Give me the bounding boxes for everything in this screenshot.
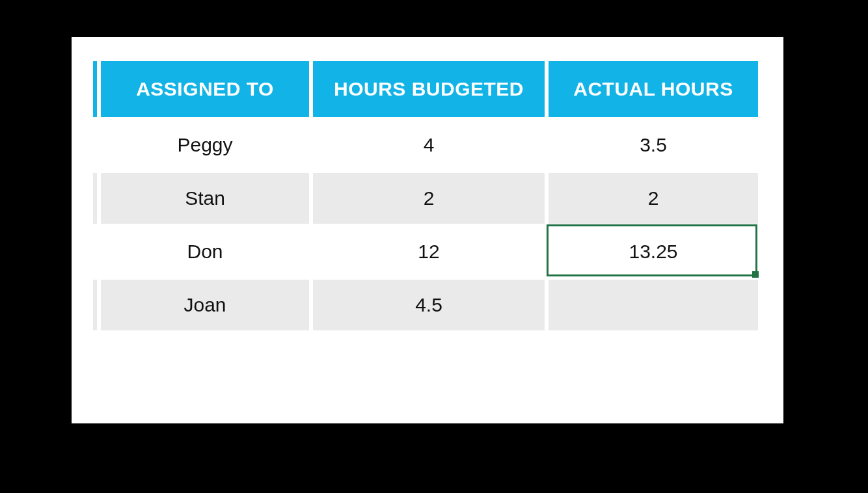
cell-assigned-to[interactable]: Peggy (101, 120, 309, 170)
cell-assigned-to[interactable]: Don (101, 226, 309, 277)
cell-actual-hours[interactable]: 3.5 (549, 120, 758, 170)
spreadsheet-table: TYPE ASSIGNED TO HOURS BUDGETED ACTUAL H… (93, 59, 762, 364)
cell-actual-hours[interactable] (549, 333, 758, 362)
col-header-actual-hours[interactable]: ACTUAL HOURS (549, 61, 758, 117)
table-row: ıt Peggy 4 3.5 (93, 120, 758, 170)
table-row: ıent Joan 4.5 (93, 280, 758, 330)
col-header-assigned-to[interactable]: ASSIGNED TO (101, 61, 309, 117)
cell-type[interactable]: ıent (93, 280, 97, 330)
cell-hours-budgeted[interactable]: 2 (313, 173, 545, 224)
viewport: TYPE ASSIGNED TO HOURS BUDGETED ACTUAL H… (93, 59, 762, 384)
cell-hours-budgeted[interactable] (313, 333, 545, 362)
cell-actual-hours[interactable]: 13.25 (549, 226, 758, 277)
cell-hours-budgeted[interactable]: 4 (313, 120, 545, 170)
table-row (93, 333, 758, 362)
cell-actual-hours[interactable] (549, 280, 758, 330)
table-header-row: TYPE ASSIGNED TO HOURS BUDGETED ACTUAL H… (93, 61, 758, 117)
cell-type[interactable]: ı (93, 226, 97, 277)
cell-type[interactable] (93, 173, 97, 224)
cell-actual-hours[interactable]: 2 (549, 173, 758, 224)
cell-assigned-to[interactable]: Stan (101, 173, 309, 224)
cell-hours-budgeted[interactable]: 12 (313, 226, 545, 277)
spreadsheet-card: TYPE ASSIGNED TO HOURS BUDGETED ACTUAL H… (72, 37, 783, 423)
cell-type[interactable] (93, 333, 97, 362)
cell-assigned-to[interactable] (101, 333, 309, 362)
cell-hours-budgeted[interactable]: 4.5 (313, 280, 545, 330)
table-row: ı Don 12 13.25 (93, 226, 758, 277)
col-header-hours-budgeted[interactable]: HOURS BUDGETED (313, 61, 545, 117)
cell-assigned-to[interactable]: Joan (101, 280, 309, 330)
col-header-type[interactable]: TYPE (93, 61, 97, 117)
table-row: Stan 2 2 (93, 173, 758, 224)
stage: TYPE ASSIGNED TO HOURS BUDGETED ACTUAL H… (0, 0, 868, 493)
cell-type[interactable]: ıt (93, 120, 97, 170)
